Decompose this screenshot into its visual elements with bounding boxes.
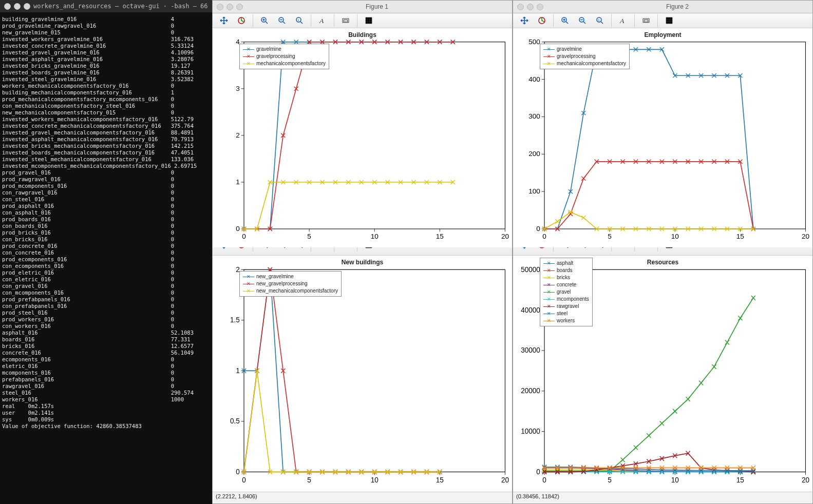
figure-window-title: Figure 1 bbox=[246, 3, 508, 10]
plot-area[interactable]: New buildings 0510152000.511.52 new_grav… bbox=[213, 256, 512, 492]
svg-text:A: A bbox=[319, 17, 324, 25]
svg-text:10: 10 bbox=[371, 232, 379, 240]
svg-text:15: 15 bbox=[436, 232, 444, 240]
svg-text:20: 20 bbox=[802, 232, 809, 240]
figure-1: Figure 1 1A Buildings 0510152001234 grav… bbox=[212, 0, 513, 221]
zoom-in-icon[interactable] bbox=[558, 13, 572, 28]
close-icon[interactable] bbox=[4, 3, 11, 10]
svg-text:15: 15 bbox=[736, 475, 744, 484]
svg-text:15: 15 bbox=[436, 475, 444, 484]
terminal-titlebar[interactable]: workers_and_resources — octave-gui · -ba… bbox=[0, 0, 212, 13]
legend-label: new_gravelmine bbox=[256, 273, 294, 280]
svg-text:300: 300 bbox=[528, 113, 540, 121]
figure-window-title: Figure 2 bbox=[546, 3, 808, 10]
terminal-window: workers_and_resources — octave-gui · -ba… bbox=[0, 0, 212, 504]
terminal-body[interactable]: building_gravelmine_016 4prod_gravelmine… bbox=[0, 13, 212, 433]
svg-text:100: 100 bbox=[528, 187, 540, 195]
close-icon[interactable] bbox=[517, 4, 524, 10]
legend-label: workers bbox=[557, 317, 575, 324]
svg-text:15: 15 bbox=[736, 232, 744, 240]
svg-text:0: 0 bbox=[242, 475, 246, 484]
svg-text:500: 500 bbox=[528, 38, 540, 46]
svg-text:10: 10 bbox=[671, 232, 679, 240]
svg-text:2: 2 bbox=[236, 131, 240, 139]
svg-text:0: 0 bbox=[236, 225, 240, 232]
svg-rect-138 bbox=[644, 20, 648, 23]
text-icon[interactable]: A bbox=[616, 13, 630, 28]
figure-toolbar: 1A bbox=[213, 13, 512, 28]
svg-text:1: 1 bbox=[598, 18, 600, 22]
svg-rect-139 bbox=[544, 42, 805, 229]
svg-text:1.5: 1.5 bbox=[230, 316, 240, 324]
zoom-out-icon[interactable] bbox=[575, 13, 590, 28]
figure-3: Figure 3 1A New buildings 0510152000.511… bbox=[212, 221, 513, 504]
minimize-icon[interactable] bbox=[527, 4, 534, 10]
chart-title: New buildings bbox=[213, 259, 512, 266]
legend-label: mechanicalcomponentsfactory bbox=[557, 60, 626, 67]
terminal-title: workers_and_resources — octave-gui · -ba… bbox=[33, 3, 208, 10]
svg-text:10: 10 bbox=[671, 475, 679, 484]
svg-text:1: 1 bbox=[297, 18, 299, 22]
chart-legend: gravelminegravelprocessingmechanicalcomp… bbox=[540, 44, 630, 69]
grid-icon[interactable] bbox=[662, 13, 676, 28]
minimize-icon[interactable] bbox=[226, 4, 233, 10]
svg-text:200: 200 bbox=[528, 150, 540, 158]
svg-text:20: 20 bbox=[501, 232, 509, 240]
svg-text:A: A bbox=[619, 17, 625, 25]
pan-icon[interactable] bbox=[517, 13, 532, 28]
legend-label: gravel bbox=[557, 288, 571, 296]
cursor-status: (2.2212, 1.8406) bbox=[213, 492, 512, 503]
rect-icon[interactable] bbox=[639, 13, 653, 28]
zoom-fit-icon[interactable]: 1 bbox=[593, 13, 607, 28]
legend-label: concrete bbox=[557, 281, 576, 288]
svg-text:1: 1 bbox=[236, 178, 240, 186]
svg-rect-7 bbox=[344, 20, 348, 23]
legend-label: steel bbox=[557, 310, 568, 317]
svg-text:0: 0 bbox=[236, 467, 240, 476]
close-icon[interactable] bbox=[217, 4, 223, 10]
zoom-in-icon[interactable] bbox=[257, 13, 272, 28]
text-icon[interactable]: A bbox=[315, 13, 330, 28]
zoom-out-icon[interactable] bbox=[275, 13, 289, 28]
svg-text:5: 5 bbox=[307, 475, 311, 484]
legend-label: gravelprocessing bbox=[557, 53, 596, 60]
legend-label: asphalt bbox=[557, 260, 573, 267]
svg-text:0: 0 bbox=[536, 225, 540, 232]
chart-legend: asphaltboardsbricksconcretegravelmcompon… bbox=[540, 258, 593, 326]
figure-titlebar[interactable]: Figure 2 bbox=[513, 1, 812, 13]
legend-label: gravelmine bbox=[256, 46, 281, 53]
legend-label: mcomponents bbox=[557, 296, 589, 303]
svg-text:5: 5 bbox=[307, 232, 311, 240]
svg-text:0: 0 bbox=[542, 232, 546, 240]
svg-text:40000: 40000 bbox=[521, 305, 540, 314]
legend-label: boards bbox=[557, 267, 573, 274]
legend-label: gravelmine bbox=[557, 46, 582, 53]
rect-icon[interactable] bbox=[338, 13, 353, 28]
chart-legend: new_gravelminenew_gravelprocessingnew_me… bbox=[239, 271, 342, 297]
svg-text:0: 0 bbox=[542, 475, 546, 484]
rotate-icon[interactable] bbox=[234, 13, 249, 28]
svg-text:30000: 30000 bbox=[521, 346, 540, 355]
plot-area[interactable]: Resources 051015200100002000030000400005… bbox=[513, 256, 812, 492]
minimize-icon[interactable] bbox=[14, 3, 21, 10]
cursor-status: (0.38456, 11842) bbox=[513, 492, 812, 503]
figure-toolbar: 1A bbox=[513, 13, 812, 28]
svg-text:0: 0 bbox=[242, 232, 246, 240]
legend-label: mechanicalcomponentsfactory bbox=[256, 60, 326, 67]
pan-icon[interactable] bbox=[217, 13, 231, 28]
svg-text:5: 5 bbox=[608, 475, 612, 484]
svg-text:50000: 50000 bbox=[521, 266, 540, 274]
zoom-icon[interactable] bbox=[537, 4, 543, 10]
zoom-icon[interactable] bbox=[236, 4, 243, 10]
svg-text:10: 10 bbox=[371, 475, 379, 484]
grid-icon[interactable] bbox=[362, 13, 376, 28]
svg-text:20: 20 bbox=[802, 475, 809, 484]
figure-titlebar[interactable]: Figure 1 bbox=[213, 1, 512, 13]
plot-area[interactable]: Employment 051015200100200300400500 grav… bbox=[513, 28, 812, 247]
zoom-fit-icon[interactable]: 1 bbox=[292, 13, 307, 28]
chart-legend: gravelminegravelprocessingmechanicalcomp… bbox=[239, 44, 329, 69]
zoom-icon[interactable] bbox=[24, 3, 30, 10]
plot-area[interactable]: Buildings 0510152001234 gravelminegravel… bbox=[213, 28, 512, 247]
legend-label: new_gravelprocessing bbox=[256, 280, 308, 287]
rotate-icon[interactable] bbox=[535, 13, 549, 28]
